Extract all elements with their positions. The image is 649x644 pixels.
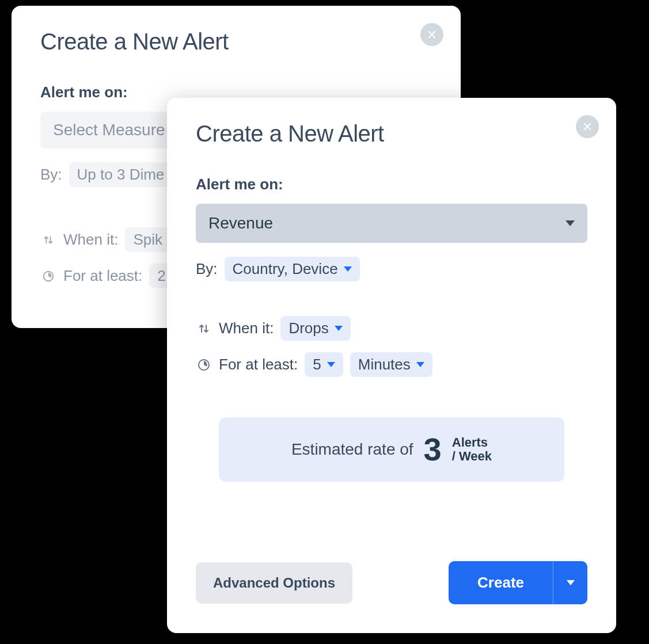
when-value: Drops (289, 319, 328, 337)
chevron-down-icon (567, 580, 575, 585)
direction-icon (196, 321, 212, 337)
dimensions-placeholder: Up to 3 Dime (77, 166, 165, 184)
when-value: Spik (133, 231, 162, 249)
modal-title: Create a New Alert (196, 121, 587, 147)
chevron-down-icon (327, 362, 335, 367)
duration-unit: Minutes (358, 356, 411, 374)
clock-icon (40, 268, 56, 284)
modal-title: Create a New Alert (40, 29, 432, 55)
duration-unit-select[interactable]: Minutes (350, 352, 432, 377)
when-label: When it: (63, 231, 118, 249)
advanced-options-button[interactable]: Advanced Options (196, 562, 352, 604)
close-button[interactable] (576, 115, 599, 138)
dimensions-select[interactable]: Country, Device (225, 257, 360, 281)
close-icon (582, 121, 593, 132)
close-button[interactable] (420, 23, 443, 46)
when-select[interactable]: Drops (280, 316, 350, 341)
duration-value: 5 (313, 356, 321, 374)
estimate-line2: / Week (452, 449, 492, 463)
chevron-down-icon (416, 362, 424, 367)
create-alert-modal: Create a New Alert Alert me on: Revenue … (167, 98, 616, 633)
duration-value: 2 (157, 267, 165, 285)
measure-selected: Revenue (208, 214, 273, 233)
clock-icon (196, 357, 212, 373)
create-button-dropdown[interactable] (553, 561, 587, 604)
advanced-options-label: Advanced Options (213, 575, 335, 590)
duration-value-select[interactable]: 5 (305, 352, 343, 377)
chevron-down-icon (335, 326, 343, 331)
duration-label: For at least: (63, 267, 142, 285)
chevron-down-icon (565, 220, 575, 226)
by-label: By: (196, 260, 218, 278)
close-icon (427, 29, 437, 40)
measure-select[interactable]: Revenue (196, 204, 587, 243)
measure-placeholder: Select Measure (53, 121, 165, 139)
create-button[interactable]: Create (449, 561, 587, 604)
when-select[interactable]: Spik (125, 227, 170, 252)
duration-label: For at least: (219, 356, 298, 374)
dimensions-select[interactable]: Up to 3 Dime (69, 162, 173, 187)
alert-on-label: Alert me on: (196, 176, 587, 193)
estimate-unit: Alerts / Week (452, 436, 492, 463)
estimate-line1: Alerts (452, 436, 492, 449)
estimate-box: Estimated rate of 3 Alerts / Week (219, 417, 564, 482)
dimensions-selected: Country, Device (233, 260, 338, 278)
estimate-number: 3 (424, 433, 442, 466)
chevron-down-icon (344, 266, 352, 272)
create-button-label: Create (449, 561, 553, 604)
by-label: By: (40, 166, 62, 184)
direction-icon (40, 232, 56, 248)
estimate-prefix: Estimated rate of (291, 440, 413, 459)
when-label: When it: (219, 319, 274, 337)
